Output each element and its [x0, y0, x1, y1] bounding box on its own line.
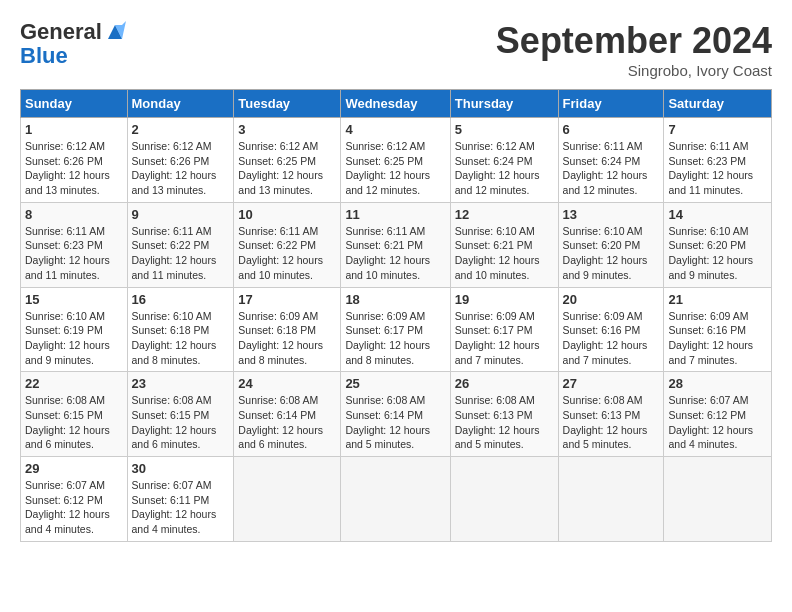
calendar-day-cell: 3 Sunrise: 6:12 AM Sunset: 6:25 PM Dayli…	[234, 118, 341, 203]
day-info: Sunrise: 6:12 AM Sunset: 6:25 PM Dayligh…	[345, 139, 445, 198]
day-info: Sunrise: 6:08 AM Sunset: 6:14 PM Dayligh…	[238, 393, 336, 452]
calendar-week-row: 15 Sunrise: 6:10 AM Sunset: 6:19 PM Dayl…	[21, 287, 772, 372]
day-number: 20	[563, 292, 660, 307]
calendar-day-cell: 9 Sunrise: 6:11 AM Sunset: 6:22 PM Dayli…	[127, 202, 234, 287]
calendar-header-row: SundayMondayTuesdayWednesdayThursdayFrid…	[21, 90, 772, 118]
day-info: Sunrise: 6:12 AM Sunset: 6:25 PM Dayligh…	[238, 139, 336, 198]
month-title: September 2024	[496, 20, 772, 62]
day-number: 23	[132, 376, 230, 391]
calendar-day-cell	[558, 457, 664, 542]
calendar-day-cell: 23 Sunrise: 6:08 AM Sunset: 6:15 PM Dayl…	[127, 372, 234, 457]
day-number: 1	[25, 122, 123, 137]
logo-general: General	[20, 20, 102, 44]
day-number: 19	[455, 292, 554, 307]
day-info: Sunrise: 6:09 AM Sunset: 6:17 PM Dayligh…	[345, 309, 445, 368]
day-number: 25	[345, 376, 445, 391]
day-number: 5	[455, 122, 554, 137]
calendar-day-cell: 18 Sunrise: 6:09 AM Sunset: 6:17 PM Dayl…	[341, 287, 450, 372]
location: Singrobo, Ivory Coast	[496, 62, 772, 79]
day-info: Sunrise: 6:07 AM Sunset: 6:11 PM Dayligh…	[132, 478, 230, 537]
day-of-week-header: Tuesday	[234, 90, 341, 118]
calendar-week-row: 1 Sunrise: 6:12 AM Sunset: 6:26 PM Dayli…	[21, 118, 772, 203]
day-number: 26	[455, 376, 554, 391]
page-header: General Blue September 2024 Singrobo, Iv…	[20, 20, 772, 79]
calendar-day-cell: 16 Sunrise: 6:10 AM Sunset: 6:18 PM Dayl…	[127, 287, 234, 372]
calendar-day-cell: 14 Sunrise: 6:10 AM Sunset: 6:20 PM Dayl…	[664, 202, 772, 287]
day-number: 12	[455, 207, 554, 222]
day-number: 21	[668, 292, 767, 307]
day-number: 4	[345, 122, 445, 137]
day-info: Sunrise: 6:11 AM Sunset: 6:24 PM Dayligh…	[563, 139, 660, 198]
day-info: Sunrise: 6:09 AM Sunset: 6:17 PM Dayligh…	[455, 309, 554, 368]
day-info: Sunrise: 6:12 AM Sunset: 6:26 PM Dayligh…	[25, 139, 123, 198]
day-info: Sunrise: 6:08 AM Sunset: 6:13 PM Dayligh…	[563, 393, 660, 452]
day-info: Sunrise: 6:09 AM Sunset: 6:16 PM Dayligh…	[668, 309, 767, 368]
calendar-day-cell: 8 Sunrise: 6:11 AM Sunset: 6:23 PM Dayli…	[21, 202, 128, 287]
day-info: Sunrise: 6:08 AM Sunset: 6:15 PM Dayligh…	[132, 393, 230, 452]
calendar-day-cell: 28 Sunrise: 6:07 AM Sunset: 6:12 PM Dayl…	[664, 372, 772, 457]
calendar-day-cell: 19 Sunrise: 6:09 AM Sunset: 6:17 PM Dayl…	[450, 287, 558, 372]
calendar-day-cell: 4 Sunrise: 6:12 AM Sunset: 6:25 PM Dayli…	[341, 118, 450, 203]
calendar-day-cell: 22 Sunrise: 6:08 AM Sunset: 6:15 PM Dayl…	[21, 372, 128, 457]
day-of-week-header: Friday	[558, 90, 664, 118]
calendar-day-cell: 26 Sunrise: 6:08 AM Sunset: 6:13 PM Dayl…	[450, 372, 558, 457]
calendar-day-cell: 15 Sunrise: 6:10 AM Sunset: 6:19 PM Dayl…	[21, 287, 128, 372]
day-info: Sunrise: 6:11 AM Sunset: 6:23 PM Dayligh…	[668, 139, 767, 198]
day-number: 10	[238, 207, 336, 222]
calendar-day-cell: 10 Sunrise: 6:11 AM Sunset: 6:22 PM Dayl…	[234, 202, 341, 287]
calendar-day-cell: 17 Sunrise: 6:09 AM Sunset: 6:18 PM Dayl…	[234, 287, 341, 372]
calendar-week-row: 29 Sunrise: 6:07 AM Sunset: 6:12 PM Dayl…	[21, 457, 772, 542]
day-info: Sunrise: 6:11 AM Sunset: 6:21 PM Dayligh…	[345, 224, 445, 283]
day-number: 8	[25, 207, 123, 222]
calendar-day-cell: 27 Sunrise: 6:08 AM Sunset: 6:13 PM Dayl…	[558, 372, 664, 457]
calendar-day-cell: 6 Sunrise: 6:11 AM Sunset: 6:24 PM Dayli…	[558, 118, 664, 203]
day-number: 24	[238, 376, 336, 391]
day-of-week-header: Sunday	[21, 90, 128, 118]
calendar-day-cell: 30 Sunrise: 6:07 AM Sunset: 6:11 PM Dayl…	[127, 457, 234, 542]
day-number: 2	[132, 122, 230, 137]
logo-icon	[104, 21, 126, 43]
day-info: Sunrise: 6:11 AM Sunset: 6:23 PM Dayligh…	[25, 224, 123, 283]
day-number: 16	[132, 292, 230, 307]
logo: General Blue	[20, 20, 126, 68]
day-info: Sunrise: 6:12 AM Sunset: 6:26 PM Dayligh…	[132, 139, 230, 198]
title-area: September 2024 Singrobo, Ivory Coast	[496, 20, 772, 79]
calendar-day-cell	[664, 457, 772, 542]
day-number: 11	[345, 207, 445, 222]
calendar-day-cell: 21 Sunrise: 6:09 AM Sunset: 6:16 PM Dayl…	[664, 287, 772, 372]
day-info: Sunrise: 6:09 AM Sunset: 6:16 PM Dayligh…	[563, 309, 660, 368]
calendar-day-cell: 25 Sunrise: 6:08 AM Sunset: 6:14 PM Dayl…	[341, 372, 450, 457]
calendar-day-cell: 20 Sunrise: 6:09 AM Sunset: 6:16 PM Dayl…	[558, 287, 664, 372]
day-of-week-header: Monday	[127, 90, 234, 118]
calendar-day-cell	[234, 457, 341, 542]
calendar-table: SundayMondayTuesdayWednesdayThursdayFrid…	[20, 89, 772, 542]
day-number: 6	[563, 122, 660, 137]
calendar-day-cell: 24 Sunrise: 6:08 AM Sunset: 6:14 PM Dayl…	[234, 372, 341, 457]
day-of-week-header: Thursday	[450, 90, 558, 118]
calendar-day-cell: 11 Sunrise: 6:11 AM Sunset: 6:21 PM Dayl…	[341, 202, 450, 287]
day-number: 30	[132, 461, 230, 476]
calendar-day-cell: 7 Sunrise: 6:11 AM Sunset: 6:23 PM Dayli…	[664, 118, 772, 203]
calendar-day-cell: 1 Sunrise: 6:12 AM Sunset: 6:26 PM Dayli…	[21, 118, 128, 203]
day-info: Sunrise: 6:08 AM Sunset: 6:14 PM Dayligh…	[345, 393, 445, 452]
day-number: 18	[345, 292, 445, 307]
calendar-day-cell	[341, 457, 450, 542]
day-of-week-header: Wednesday	[341, 90, 450, 118]
calendar-week-row: 8 Sunrise: 6:11 AM Sunset: 6:23 PM Dayli…	[21, 202, 772, 287]
day-of-week-header: Saturday	[664, 90, 772, 118]
day-info: Sunrise: 6:07 AM Sunset: 6:12 PM Dayligh…	[668, 393, 767, 452]
day-info: Sunrise: 6:09 AM Sunset: 6:18 PM Dayligh…	[238, 309, 336, 368]
day-info: Sunrise: 6:10 AM Sunset: 6:20 PM Dayligh…	[563, 224, 660, 283]
day-number: 29	[25, 461, 123, 476]
day-number: 13	[563, 207, 660, 222]
calendar-day-cell: 29 Sunrise: 6:07 AM Sunset: 6:12 PM Dayl…	[21, 457, 128, 542]
day-number: 15	[25, 292, 123, 307]
day-info: Sunrise: 6:07 AM Sunset: 6:12 PM Dayligh…	[25, 478, 123, 537]
day-info: Sunrise: 6:10 AM Sunset: 6:19 PM Dayligh…	[25, 309, 123, 368]
day-info: Sunrise: 6:08 AM Sunset: 6:13 PM Dayligh…	[455, 393, 554, 452]
day-number: 28	[668, 376, 767, 391]
calendar-day-cell: 5 Sunrise: 6:12 AM Sunset: 6:24 PM Dayli…	[450, 118, 558, 203]
day-number: 14	[668, 207, 767, 222]
day-info: Sunrise: 6:08 AM Sunset: 6:15 PM Dayligh…	[25, 393, 123, 452]
calendar-day-cell	[450, 457, 558, 542]
